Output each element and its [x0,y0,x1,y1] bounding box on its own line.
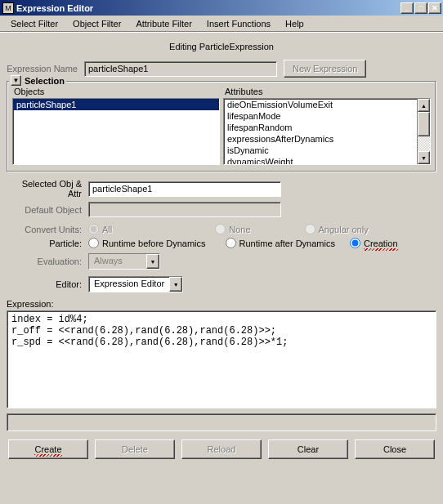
evaluation-combo[interactable]: Always ▼ [88,253,160,270]
convert-units-label: Convert Units: [7,225,88,234]
reload-button[interactable]: Reload [181,439,262,459]
objects-listbox[interactable]: particleShape1 [12,98,220,165]
list-item[interactable]: dynamicsWeight [224,156,430,165]
editing-label: Editing ParticleExpression [7,37,436,60]
attributes-listbox[interactable]: dieOnEmissionVolumeExit lifespanMode lif… [223,98,431,165]
particle-label: Particle: [7,239,88,248]
default-object-label: Default Object [7,205,88,215]
menu-attribute-filter[interactable]: Attribute Filter [128,17,199,30]
radio-angular[interactable]: Angular only [305,224,369,234]
minimize-button[interactable]: _ [400,2,414,14]
list-item[interactable]: expressionsAfterDynamics [224,133,430,145]
evaluation-label: Evaluation: [7,256,88,266]
scroll-down-icon[interactable]: ▼ [418,151,430,164]
list-item[interactable]: particleShape1 [13,99,219,110]
delete-button[interactable]: Delete [95,439,175,459]
menu-bar: Select Filter Object Filter Attribute Fi… [0,16,443,32]
expression-name-field[interactable]: particleShape1 [84,61,277,77]
app-icon: M [2,2,14,14]
radio-runtime-before[interactable]: Runtime before Dynamics [88,238,206,248]
maximize-button[interactable]: □ [414,2,427,14]
attributes-scrollbar[interactable]: ▲ ▼ [417,99,430,164]
close-window-button[interactable]: ✕ [428,2,441,14]
menu-help[interactable]: Help [278,17,311,30]
chevron-down-icon[interactable]: ▼ [146,254,159,269]
list-item[interactable]: lifespanRandom [224,122,430,133]
menu-insert-functions[interactable]: Insert Functions [199,17,278,30]
status-bar [7,413,436,431]
default-object-field[interactable] [88,202,281,217]
expression-textarea[interactable]: index = id%4; r_off = <<rand(6.28),rand(… [7,310,436,408]
radio-all[interactable]: All [88,224,112,234]
attributes-header: Attributes [223,87,431,98]
expression-name-label: Expression Name [7,64,84,74]
selected-obj-label: Selected Obj & Attr [7,179,88,198]
create-button[interactable]: Create [8,439,88,459]
radio-creation[interactable]: Creation [350,238,398,248]
selected-obj-field[interactable]: particleShape1 [88,181,281,197]
list-item[interactable]: dieOnEmissionVolumeExit [224,99,430,110]
menu-select-filter[interactable]: Select Filter [3,17,65,30]
title-bar: M Expression Editor _ □ ✕ [0,0,443,16]
list-item[interactable]: lifespanMode [224,110,430,122]
close-button[interactable]: Close [355,439,435,459]
radio-none[interactable]: None [215,224,250,234]
new-expression-button[interactable]: New Expression [284,60,366,78]
menu-object-filter[interactable]: Object Filter [65,17,128,30]
selection-group: ▼ Selection Objects particleShape1 Attri… [7,81,436,172]
collapse-icon[interactable]: ▼ [11,75,21,86]
objects-header: Objects [12,87,220,98]
editor-combo[interactable]: Expression Editor ▼ [88,276,183,292]
scroll-up-icon[interactable]: ▲ [418,99,430,112]
window-title: Expression Editor [16,3,400,13]
expression-label: Expression: [7,299,436,309]
editor-label: Editor: [7,279,88,289]
selection-legend: Selection [25,76,65,86]
clear-button[interactable]: Clear [268,439,348,459]
list-item[interactable]: isDynamic [224,145,430,156]
chevron-down-icon[interactable]: ▼ [169,277,182,292]
radio-runtime-after[interactable]: Runtime after Dynamics [226,238,335,248]
scroll-thumb[interactable] [418,112,430,136]
